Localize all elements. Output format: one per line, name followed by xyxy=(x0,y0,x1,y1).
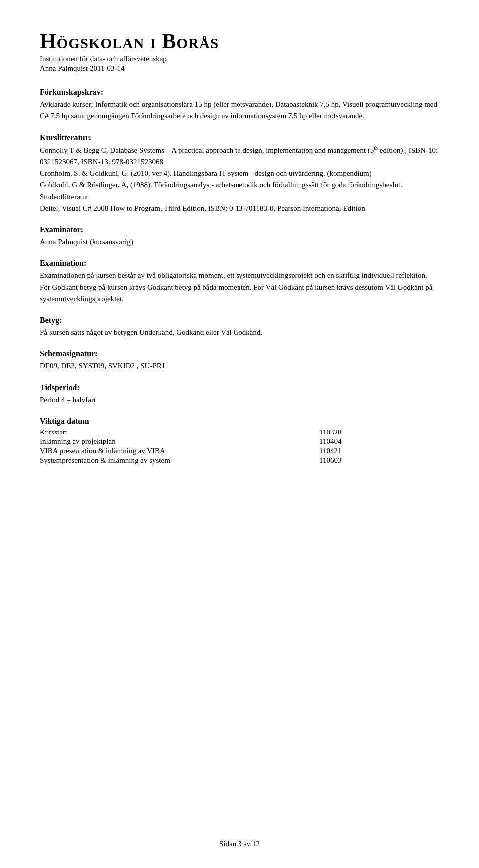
kurslitteratur-studentlit-heading: Studentlitteratur xyxy=(40,193,88,201)
examination-heading: Examination: xyxy=(40,259,439,268)
kurslitteratur-body: Connolly T & Begg C, Database Systems – … xyxy=(40,144,439,215)
header-section: Högskolan i Borås Institutionen för data… xyxy=(40,30,439,73)
examinator-heading: Examinator: xyxy=(40,225,439,234)
tidsperiod-heading: Tidsperiod: xyxy=(40,383,439,392)
kurslitteratur-section: Kurslitteratur: Connolly T & Begg C, Dat… xyxy=(40,133,439,215)
schemasignatur-heading: Schemasignatur: xyxy=(40,349,439,358)
kurslitteratur-line2: Cronholm, S. & Goldkuhl, G. (2010, ver 4… xyxy=(40,169,372,177)
table-row: Kursstart110328 xyxy=(40,428,439,437)
tidsperiod-section: Tidsperiod: Period 4 – halvfart xyxy=(40,383,439,406)
page-title: Högskolan i Borås xyxy=(40,30,439,53)
kurslitteratur-line3: Goldkuhl, G & Röstlinger, A, (1988). För… xyxy=(40,181,402,189)
date-value: 110421 xyxy=(319,446,439,456)
kurslitteratur-superscript: th xyxy=(374,145,378,151)
page: Högskolan i Borås Institutionen för data… xyxy=(0,0,479,868)
date-label: VIBA presentation & inlämning av VIBA xyxy=(40,446,319,456)
viktiga-datum-section: Viktiga datum Kursstart110328Inlämning a… xyxy=(40,417,439,465)
examination-body: Examinationen på kursen består av två ob… xyxy=(40,270,439,305)
page-number: Sidan 3 av 12 xyxy=(219,840,260,848)
viktiga-datum-heading: Viktiga datum xyxy=(40,417,439,426)
examination-section: Examination: Examinationen på kursen bes… xyxy=(40,259,439,305)
kurslitteratur-heading: Kurslitteratur: xyxy=(40,133,439,142)
kurslitteratur-line1: Connolly T & Begg C, Database Systems – … xyxy=(40,146,374,154)
tidsperiod-body: Period 4 – halvfart xyxy=(40,394,439,406)
date-label: Systempresentation & inlämning av system xyxy=(40,456,319,465)
table-row: Inlämning av projektplan110404 xyxy=(40,437,439,446)
examinator-body: Anna Palmquist (kursansvarig) xyxy=(40,236,439,248)
betyg-section: Betyg: På kursen sätts något av betygen … xyxy=(40,316,439,338)
forkunskapskrav-section: Förkunskapskrav: Avklarade kurser; Infor… xyxy=(40,88,439,122)
date-label: Kursstart xyxy=(40,428,319,437)
date-value: 110404 xyxy=(319,437,439,446)
schemasignatur-body: DE09, DE2, SYST09, SVKID2 , SU-PRJ xyxy=(40,360,439,372)
examinator-section: Examinator: Anna Palmquist (kursansvarig… xyxy=(40,225,439,248)
forkunskapskrav-heading: Förkunskapskrav: xyxy=(40,88,439,97)
institution-subtitle: Institutionen för data- och affärsvetens… xyxy=(40,55,439,63)
betyg-heading: Betyg: xyxy=(40,316,439,325)
date-value: 110603 xyxy=(319,456,439,465)
forkunskapskrav-body: Avklarade kurser; Informatik och organis… xyxy=(40,99,439,122)
betyg-body: På kursen sätts något av betygen Underkä… xyxy=(40,327,439,338)
table-row: VIBA presentation & inlämning av VIBA110… xyxy=(40,446,439,456)
date-value: 110328 xyxy=(319,428,439,437)
schemasignatur-section: Schemasignatur: DE09, DE2, SYST09, SVKID… xyxy=(40,349,439,372)
date-label: Inlämning av projektplan xyxy=(40,437,319,446)
kurslitteratur-line4: Deitel, Visual C# 2008 How to Program, T… xyxy=(40,204,365,212)
dates-table: Kursstart110328Inlämning av projektplan1… xyxy=(40,428,439,465)
table-row: Systempresentation & inlämning av system… xyxy=(40,456,439,465)
header-date: Anna Palmquist 2011-03-14 xyxy=(40,64,439,73)
